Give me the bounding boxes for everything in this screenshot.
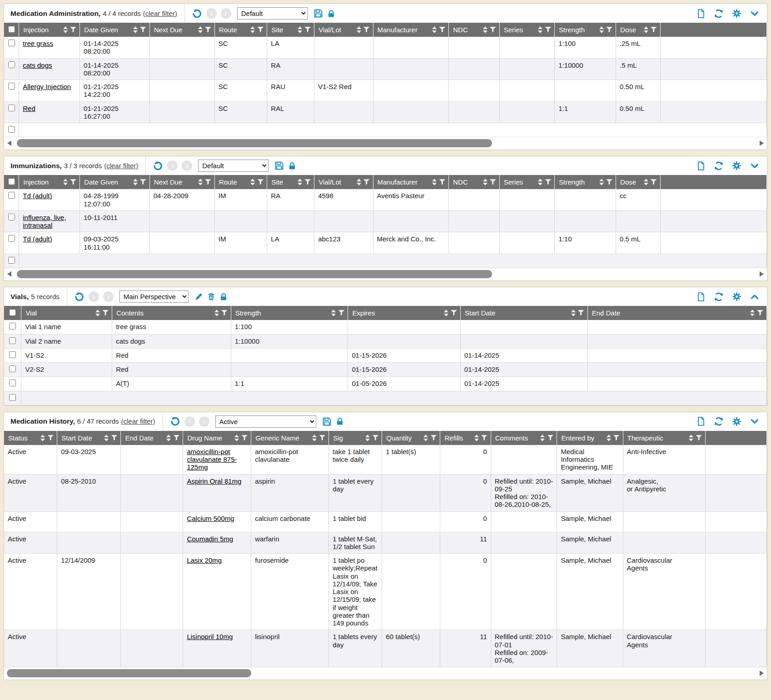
gear-icon[interactable] — [732, 417, 741, 426]
filter-funnel-icon[interactable] — [241, 435, 248, 441]
drug_name-link[interactable]: Calcium 500mg — [187, 515, 234, 522]
sort-icon[interactable] — [644, 179, 648, 185]
column-header-comments[interactable]: Comments — [491, 431, 557, 445]
sort-icon[interactable] — [331, 310, 336, 316]
undo-icon[interactable] — [74, 291, 85, 302]
row-checkbox[interactable] — [8, 192, 15, 199]
previous-page-icon[interactable]: ‹ — [167, 160, 178, 171]
column-header-quantity[interactable]: Quantity — [382, 431, 440, 445]
column-header-site[interactable]: Site — [267, 23, 314, 37]
scrollbar-thumb[interactable] — [7, 669, 251, 677]
save-icon[interactable] — [313, 9, 323, 18]
filter-funnel-icon[interactable] — [205, 27, 211, 33]
filter-funnel-icon[interactable] — [140, 27, 146, 33]
chevron-down-icon[interactable] — [750, 161, 760, 170]
row-checkbox[interactable] — [9, 365, 16, 372]
column-header-strength[interactable]: Strength — [231, 306, 348, 320]
row-checkbox[interactable] — [8, 214, 15, 220]
filter-funnel-icon[interactable] — [205, 179, 211, 185]
previous-page-icon[interactable]: ‹ — [184, 416, 195, 427]
undo-icon[interactable] — [169, 416, 180, 427]
injection-link[interactable]: influenza, live, intranasal — [23, 214, 66, 229]
filter-funnel-icon[interactable] — [173, 435, 179, 441]
sort-icon[interactable] — [166, 435, 171, 441]
filter-funnel-icon[interactable] — [547, 435, 553, 441]
row-checkbox[interactable] — [9, 380, 16, 386]
sort-icon[interactable] — [538, 179, 542, 185]
sort-icon[interactable] — [423, 435, 428, 441]
column-header-status[interactable]: Status — [4, 431, 57, 445]
filter-funnel-icon[interactable] — [363, 179, 370, 185]
sort-icon[interactable] — [474, 435, 479, 441]
refresh-icon[interactable] — [714, 9, 724, 19]
sort-icon[interactable] — [432, 179, 437, 185]
column-header-vial_lot[interactable]: Vial/Lot — [314, 175, 373, 189]
save-icon[interactable] — [322, 417, 332, 426]
filter-funnel-icon[interactable] — [304, 179, 311, 185]
clear-filter-link[interactable]: (clear filter) — [143, 10, 177, 17]
filter-funnel-icon[interactable] — [70, 27, 76, 33]
injection-link[interactable]: Td (adult) — [23, 192, 52, 200]
row-checkbox[interactable] — [8, 235, 15, 242]
row-checkbox[interactable] — [8, 83, 15, 90]
row-checkbox[interactable] — [8, 40, 15, 46]
column-header-vial[interactable]: Vial — [21, 306, 112, 320]
filter-funnel-icon[interactable] — [696, 435, 702, 441]
filter-funnel-icon[interactable] — [651, 27, 657, 33]
sort-icon[interactable] — [198, 26, 203, 33]
sort-icon[interactable] — [444, 310, 448, 316]
sort-icon[interactable] — [750, 310, 755, 316]
column-header-next_due[interactable]: Next Due — [149, 175, 214, 189]
column-header-therapeutic[interactable]: Therapeutic — [623, 431, 706, 445]
sort-icon[interactable] — [357, 26, 361, 33]
column-header-start_date[interactable]: Start Date — [57, 431, 121, 445]
filter-funnel-icon[interactable] — [111, 435, 117, 441]
gear-icon[interactable] — [732, 292, 741, 301]
scroll-left-icon[interactable] — [7, 271, 11, 277]
column-header-ndc[interactable]: NDC — [449, 175, 500, 189]
sort-icon[interactable] — [40, 435, 45, 441]
sort-icon[interactable] — [63, 26, 68, 33]
injection-link[interactable]: Td (adult) — [23, 235, 52, 243]
sort-icon[interactable] — [250, 179, 255, 185]
filter-funnel-icon[interactable] — [70, 179, 76, 185]
filter-funnel-icon[interactable] — [430, 435, 437, 441]
sort-icon[interactable] — [133, 179, 138, 185]
column-header-end_date[interactable]: End Date — [587, 306, 766, 320]
sort-icon[interactable] — [63, 179, 68, 185]
sort-icon[interactable] — [214, 310, 219, 316]
filter-funnel-icon[interactable] — [221, 310, 228, 316]
next-page-icon[interactable]: › — [103, 291, 114, 302]
new-document-icon[interactable] — [696, 416, 706, 426]
column-header-route[interactable]: Route — [214, 175, 267, 189]
sort-icon[interactable] — [538, 26, 542, 33]
scroll-right-icon[interactable] — [760, 670, 764, 676]
column-header-contents[interactable]: Contents — [112, 306, 231, 320]
refresh-icon[interactable] — [714, 416, 724, 426]
column-header-manufacturer[interactable]: Manufacturer — [373, 175, 449, 189]
column-header-strength[interactable]: Strength — [555, 175, 616, 189]
trash-icon[interactable] — [207, 292, 215, 301]
filter-funnel-icon[interactable] — [304, 27, 311, 33]
gear-icon[interactable] — [732, 9, 741, 18]
sort-icon[interactable] — [357, 179, 361, 185]
filter-funnel-icon[interactable] — [47, 435, 54, 441]
column-header-generic_name[interactable]: Generic Name — [251, 431, 329, 445]
filter-funnel-icon[interactable] — [613, 435, 620, 441]
row-checkbox[interactable] — [8, 105, 15, 111]
sort-icon[interactable] — [298, 179, 302, 185]
drug_name-link[interactable]: Lisinopril 10mg — [187, 633, 233, 640]
scrollbar-thumb[interactable] — [17, 270, 492, 278]
scroll-right-icon[interactable] — [760, 140, 764, 146]
column-header-start_date[interactable]: Start Date — [461, 306, 588, 320]
column-header-expires[interactable]: Expires — [348, 306, 461, 320]
injection-link[interactable]: Allergy Injection — [23, 83, 71, 90]
column-header-drug_name[interactable]: Drug Name — [183, 431, 251, 445]
pencil-icon[interactable] — [194, 292, 203, 301]
perspective-select[interactable]: Active — [215, 415, 316, 428]
column-header-sig[interactable]: Sig — [329, 431, 382, 445]
sort-icon[interactable] — [689, 435, 693, 441]
refresh-icon[interactable] — [714, 292, 724, 302]
sort-icon[interactable] — [644, 26, 648, 33]
sort-icon[interactable] — [250, 26, 255, 33]
